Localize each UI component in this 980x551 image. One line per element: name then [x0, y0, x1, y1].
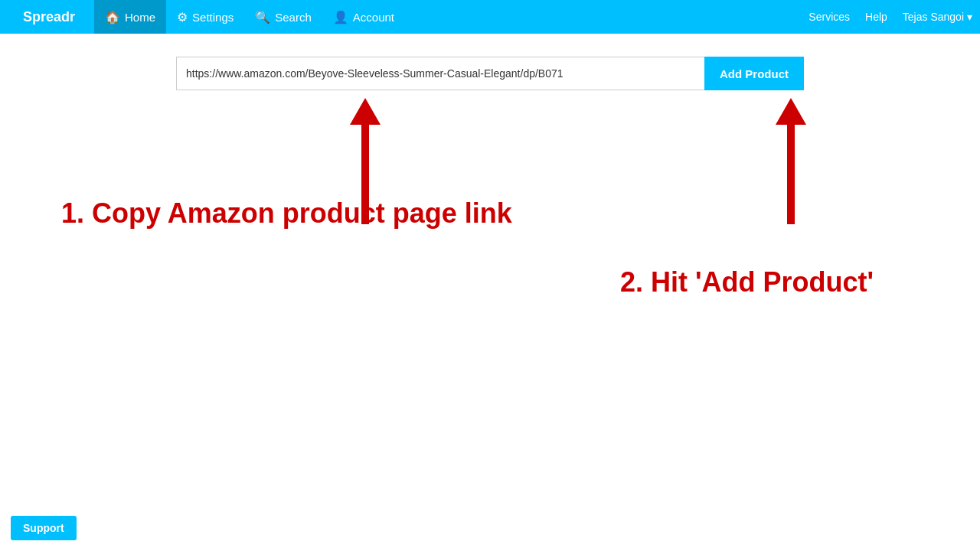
navbar: Spreadr 🏠 Home ⚙ Settings 🔍 Search 👤 Acc…: [0, 0, 980, 34]
url-input[interactable]: [176, 57, 704, 90]
step-1-label: 1. Copy Amazon product page link: [61, 197, 512, 230]
nav-account[interactable]: 👤 Account: [322, 0, 405, 34]
arrow-2: [776, 98, 806, 224]
url-bar-row: Add Product: [176, 57, 804, 90]
arrows-section: 1. Copy Amazon product page link 2. Hit …: [0, 90, 980, 396]
nav-search-label: Search: [275, 11, 312, 24]
search-icon: 🔍: [255, 10, 270, 24]
support-button[interactable]: Support: [11, 516, 77, 540]
account-icon: 👤: [333, 10, 348, 24]
settings-icon: ⚙: [177, 10, 188, 24]
nav-search[interactable]: 🔍 Search: [244, 0, 322, 34]
nav-account-label: Account: [353, 11, 394, 24]
arrow-2-head: [776, 98, 806, 125]
main-content: Add Product: [0, 34, 980, 90]
services-link[interactable]: Services: [808, 11, 850, 23]
nav-settings-label: Settings: [192, 11, 234, 24]
add-product-button[interactable]: Add Product: [704, 57, 804, 90]
step-2-label: 2. Hit 'Add Product': [620, 266, 874, 298]
dropdown-icon: ▾: [967, 11, 972, 23]
brand-logo[interactable]: Spreadr: [8, 9, 90, 25]
nav-home[interactable]: 🏠 Home: [94, 0, 166, 34]
navbar-right: Services Help Tejas Sangoi ▾: [808, 11, 972, 23]
home-icon: 🏠: [105, 10, 120, 24]
arrow-1-head: [350, 98, 381, 125]
help-link[interactable]: Help: [865, 11, 887, 23]
nav-home-label: Home: [125, 11, 155, 24]
nav-settings[interactable]: ⚙ Settings: [166, 0, 244, 34]
user-menu[interactable]: Tejas Sangoi ▾: [903, 11, 972, 23]
arrow-2-shaft: [787, 125, 795, 224]
user-name: Tejas Sangoi: [903, 11, 964, 23]
